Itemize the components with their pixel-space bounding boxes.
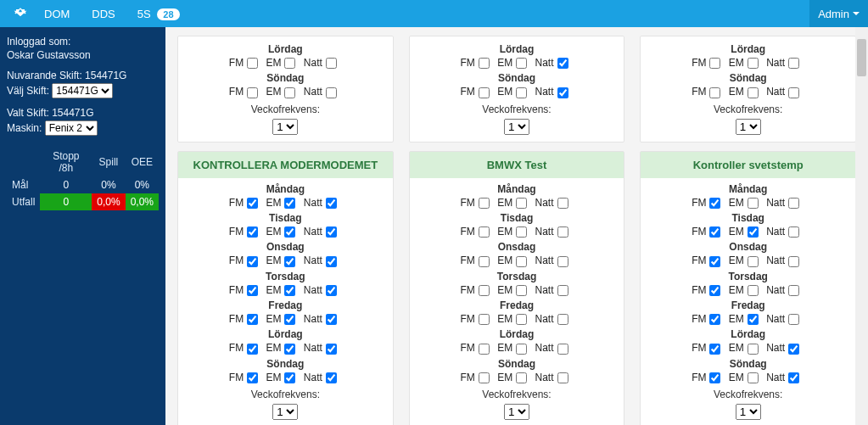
fm-checkbox[interactable] [479,344,490,355]
fm-checkbox[interactable] [709,87,720,98]
natt-checkbox[interactable] [557,344,568,355]
freq-select[interactable]: 1 [504,404,529,420]
natt-checkbox[interactable] [326,256,337,267]
natt-checkbox[interactable] [788,372,799,383]
natt-checkbox[interactable] [788,226,799,238]
em-checkbox[interactable] [516,226,527,238]
natt-checkbox[interactable] [788,58,799,69]
fm-checkbox[interactable] [479,372,490,383]
natt-checkbox[interactable] [557,285,568,296]
fm-label: FM [229,197,244,209]
em-checkbox[interactable] [284,58,295,69]
em-checkbox[interactable] [516,58,527,69]
em-checkbox[interactable] [516,344,527,355]
natt-checkbox[interactable] [788,198,799,209]
em-checkbox[interactable] [748,285,759,296]
em-checkbox[interactable] [748,58,759,69]
em-checkbox[interactable] [516,256,527,267]
natt-checkbox[interactable] [326,372,337,383]
em-checkbox[interactable] [516,87,527,98]
em-checkbox[interactable] [748,226,759,238]
fm-checkbox[interactable] [247,198,258,209]
fm-checkbox[interactable] [479,58,490,69]
fm-checkbox[interactable] [247,58,258,69]
freq-select[interactable]: 1 [736,404,761,420]
fm-checkbox[interactable] [709,58,720,69]
natt-checkbox[interactable] [326,226,337,238]
em-checkbox[interactable] [284,285,295,296]
natt-checkbox[interactable] [557,314,568,325]
fm-checkbox[interactable] [709,198,720,209]
natt-checkbox[interactable] [326,285,337,296]
natt-checkbox[interactable] [326,58,337,69]
fm-checkbox[interactable] [709,285,720,296]
freq-select[interactable]: 1 [272,119,298,135]
natt-checkbox[interactable] [326,314,337,325]
fm-checkbox[interactable] [479,226,490,238]
fm-checkbox[interactable] [479,314,490,325]
fm-checkbox[interactable] [247,372,258,383]
home-icon[interactable] [12,5,29,22]
freq-select[interactable]: 1 [272,404,298,420]
em-checkbox[interactable] [748,372,759,383]
fm-checkbox[interactable] [247,285,258,296]
natt-checkbox[interactable] [326,87,337,98]
scrollbar[interactable] [855,27,868,425]
natt-checkbox[interactable] [557,226,568,238]
natt-checkbox[interactable] [788,256,799,267]
em-checkbox[interactable] [284,256,295,267]
fm-checkbox[interactable] [709,314,720,325]
em-checkbox[interactable] [284,372,295,383]
admin-menu[interactable]: Admin [809,0,868,27]
natt-checkbox[interactable] [557,198,568,209]
nav-dom[interactable]: DOM [44,8,70,20]
natt-checkbox[interactable] [788,87,799,98]
em-checkbox[interactable] [284,314,295,325]
fm-checkbox[interactable] [247,314,258,325]
em-checkbox[interactable] [748,314,759,325]
em-checkbox[interactable] [284,344,295,355]
em-checkbox[interactable] [284,226,295,238]
fm-checkbox[interactable] [479,285,490,296]
nav-5s[interactable]: 5S 28 [137,8,180,20]
fm-checkbox[interactable] [709,372,720,383]
select-shift[interactable]: 154471G [52,83,113,98]
em-checkbox[interactable] [284,87,295,98]
natt-checkbox[interactable] [788,285,799,296]
natt-checkbox[interactable] [557,372,568,383]
fm-checkbox[interactable] [247,344,258,355]
scrollbar-thumb[interactable] [857,39,866,76]
natt-label: Natt [766,197,785,209]
natt-checkbox[interactable] [557,58,568,69]
freq-select[interactable]: 1 [504,119,529,135]
em-checkbox[interactable] [748,198,759,209]
loggedin-user: Oskar Gustavsson [7,49,159,61]
fm-checkbox[interactable] [709,344,720,355]
natt-checkbox[interactable] [557,87,568,98]
freq-select[interactable]: 1 [736,119,761,135]
fm-checkbox[interactable] [709,256,720,267]
natt-checkbox[interactable] [788,314,799,325]
natt-checkbox[interactable] [326,198,337,209]
em-checkbox[interactable] [748,87,759,98]
natt-checkbox[interactable] [326,344,337,355]
em-checkbox[interactable] [516,372,527,383]
em-checkbox[interactable] [748,344,759,355]
machine-select[interactable]: Fenix 2 [45,120,98,136]
fm-checkbox[interactable] [247,256,258,267]
fm-checkbox[interactable] [709,226,720,238]
nav-dds[interactable]: DDS [92,8,115,20]
natt-checkbox[interactable] [557,256,568,267]
fm-checkbox[interactable] [479,198,490,209]
fm-checkbox[interactable] [479,256,490,267]
em-checkbox[interactable] [748,256,759,267]
em-checkbox[interactable] [516,198,527,209]
em-checkbox[interactable] [516,314,527,325]
natt-label: Natt [766,254,785,266]
em-checkbox[interactable] [516,285,527,296]
fm-checkbox[interactable] [479,87,490,98]
fm-checkbox[interactable] [247,87,258,98]
natt-checkbox[interactable] [788,344,799,355]
fm-checkbox[interactable] [247,226,258,238]
em-checkbox[interactable] [284,198,295,209]
